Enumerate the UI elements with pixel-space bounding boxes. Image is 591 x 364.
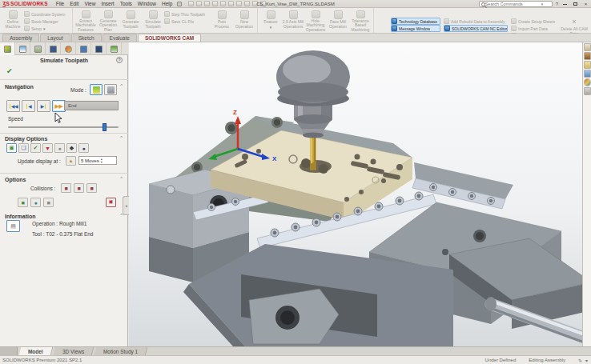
pin-menu-icon[interactable] bbox=[177, 2, 182, 6]
navigation-group-header[interactable]: Navigation bbox=[5, 84, 34, 90]
end-simulation-button[interactable]: ✖ bbox=[106, 198, 116, 207]
collision-fixture-button[interactable]: ■ bbox=[86, 183, 97, 193]
navigation-collapse-icon[interactable]: ^ bbox=[120, 83, 123, 88]
tool-info-button[interactable]: ▤ bbox=[6, 220, 20, 232]
ribbon-save-cl-file[interactable]: Save CL File bbox=[164, 18, 211, 25]
tab-scroll-area[interactable] bbox=[0, 347, 18, 355]
ribbon-post-process[interactable]: Post Process bbox=[211, 9, 233, 32]
speed-slider-handle[interactable] bbox=[103, 123, 107, 131]
menu-view[interactable]: View bbox=[84, 1, 95, 6]
tab-layout[interactable]: Layout bbox=[40, 34, 70, 42]
options-group-header[interactable]: Options bbox=[5, 177, 26, 182]
ribbon-create-setup-sheets[interactable]: Create Setup Sheets bbox=[511, 18, 557, 25]
collision-holder-button[interactable]: ■ bbox=[74, 183, 84, 193]
tab-sketch[interactable]: Sketch bbox=[71, 34, 102, 42]
turbo-mode-button[interactable] bbox=[104, 84, 117, 95]
ribbon-new-operation[interactable]: New Operation bbox=[233, 9, 255, 32]
ribbon-generate-toolpath[interactable]: Generate Toolpath bbox=[119, 9, 142, 32]
cam-operation-tree-tab[interactable] bbox=[91, 42, 107, 55]
save-icon[interactable] bbox=[204, 1, 210, 6]
search-commands-box[interactable]: ▾ bbox=[479, 1, 553, 7]
configurationmanager-tab[interactable] bbox=[30, 42, 46, 55]
compare-parts-button[interactable]: ■ bbox=[18, 198, 28, 207]
status-caret-icon[interactable]: ▾ bbox=[585, 358, 588, 363]
ribbon-extract-machinable-features[interactable]: Extract Machinable Features bbox=[74, 9, 97, 32]
toolpath-display-button[interactable]: ● bbox=[54, 143, 65, 153]
speed-slider[interactable] bbox=[8, 123, 119, 131]
menu-insert[interactable]: Insert bbox=[101, 1, 114, 6]
view-palette-icon[interactable] bbox=[584, 70, 591, 78]
search-input[interactable] bbox=[485, 2, 541, 6]
step-back-button[interactable]: ◀ bbox=[22, 100, 35, 112]
display-options-collapse-icon[interactable]: ^ bbox=[120, 135, 123, 140]
ribbon-technology-database[interactable]: Technology Database bbox=[391, 18, 440, 25]
go-to-end-button[interactable]: ▶ bbox=[37, 100, 50, 112]
stock-display-button[interactable]: ▣ bbox=[6, 143, 17, 153]
propertymanager-tab[interactable] bbox=[15, 42, 30, 55]
ribbon-setup[interactable]: Setup ▾ bbox=[24, 25, 70, 32]
close-button[interactable]: × bbox=[582, 1, 589, 7]
save-stl-button[interactable]: ● bbox=[30, 198, 41, 207]
ribbon-cam-nc-editor[interactable]: SOLIDWORKS CAM NC Editor bbox=[444, 25, 508, 32]
design-library-icon[interactable] bbox=[584, 52, 591, 60]
ribbon-hole-machining-operations[interactable]: Hole Machining Operations bbox=[304, 9, 327, 32]
solidworks-resources-icon[interactable] bbox=[584, 43, 591, 51]
custom-properties-icon[interactable] bbox=[584, 87, 591, 95]
information-group-header[interactable]: Information bbox=[5, 214, 36, 219]
simulation-progress-bar[interactable]: End bbox=[64, 101, 119, 110]
minimize-button[interactable] bbox=[561, 1, 569, 7]
menu-window[interactable]: Window bbox=[138, 1, 156, 6]
new-document-icon[interactable] bbox=[188, 1, 194, 6]
menu-tools[interactable]: Tools bbox=[120, 1, 132, 6]
ribbon-feature[interactable]: Feature ▾ bbox=[259, 9, 282, 32]
menu-help[interactable]: Help bbox=[162, 1, 172, 6]
target-part-display-button[interactable]: ✔ bbox=[30, 143, 41, 153]
display-options-group-header[interactable]: Display Options bbox=[5, 136, 47, 142]
tab-evaluate[interactable]: Evaluate bbox=[103, 34, 137, 42]
ribbon-message-window[interactable]: Message Window bbox=[391, 25, 440, 32]
go-to-start-button[interactable]: ◀◀ bbox=[6, 100, 20, 112]
ribbon-tolerance-based-machining[interactable]: Tolerance Based Machining bbox=[349, 9, 372, 32]
graphics-area[interactable]: Z X bbox=[129, 42, 582, 346]
tab-3d-views[interactable]: 3D Views bbox=[54, 347, 94, 355]
undo-icon[interactable] bbox=[220, 1, 226, 6]
select-icon[interactable] bbox=[236, 1, 242, 6]
featuremanager-tree-tab[interactable] bbox=[0, 42, 15, 55]
print-icon[interactable] bbox=[212, 1, 218, 6]
ribbon-import-part-data[interactable]: Import Part Data bbox=[511, 25, 557, 32]
collision-stop-button[interactable]: ■ bbox=[61, 183, 71, 193]
search-caret-icon[interactable]: ▾ bbox=[541, 2, 544, 6]
appearances-icon[interactable] bbox=[584, 78, 591, 86]
tab-motion-study[interactable]: Motion Study 1 bbox=[94, 347, 148, 355]
ribbon-25axis-mill-operations[interactable]: 2.5 Axis Mill Operations bbox=[282, 9, 304, 32]
cam-tools-tab[interactable] bbox=[107, 42, 122, 55]
ribbon-stock-manager[interactable]: Stock Manager bbox=[24, 18, 70, 25]
displaymanager-tab[interactable] bbox=[61, 42, 76, 55]
tab-assembly[interactable]: Assembly bbox=[2, 34, 39, 42]
file-properties-icon[interactable] bbox=[252, 1, 258, 6]
section-view-button[interactable]: ● bbox=[78, 143, 89, 153]
menu-edit[interactable]: Edit bbox=[70, 1, 78, 6]
ok-check-button[interactable]: ✔ bbox=[6, 67, 13, 75]
menu-file[interactable]: File bbox=[56, 1, 64, 6]
update-interval-value[interactable]: 5 Moves ▴▾ bbox=[78, 156, 117, 165]
ribbon-coordinate-system[interactable]: Coordinate System bbox=[24, 10, 70, 18]
open-document-icon[interactable] bbox=[196, 1, 202, 6]
dimxpertmanager-tab[interactable] bbox=[46, 42, 61, 55]
ribbon-define-machine[interactable]: Define Machine bbox=[2, 9, 24, 32]
tab-solidworks-cam[interactable]: SOLIDWORKS CAM bbox=[138, 34, 201, 42]
tool-display-button[interactable]: ❏ bbox=[18, 143, 29, 153]
edit-sketch-icon[interactable]: ✎ bbox=[578, 358, 582, 363]
spinner-icon[interactable]: ▴▾ bbox=[101, 158, 103, 163]
ribbon-simulate-toolpath[interactable]: Simulate Toolpath bbox=[142, 9, 164, 32]
ribbon-face-mill-operation[interactable]: Face Mill Operation bbox=[327, 9, 349, 32]
panel-splitter-tab[interactable]: ◂ bbox=[123, 196, 129, 215]
options-collapse-icon[interactable]: ^ bbox=[120, 176, 123, 181]
screenshot-button[interactable]: ■ bbox=[43, 198, 54, 207]
ribbon-step-thru-toolpath[interactable]: Step Thru Toolpath bbox=[164, 10, 211, 18]
file-explorer-icon[interactable] bbox=[584, 61, 591, 69]
options-icon[interactable] bbox=[260, 1, 266, 6]
holder-display-button[interactable]: ◆ bbox=[66, 143, 77, 153]
fixture-display-button[interactable]: ▼ bbox=[42, 143, 53, 153]
cam-feature-tree-tab[interactable] bbox=[76, 42, 91, 55]
